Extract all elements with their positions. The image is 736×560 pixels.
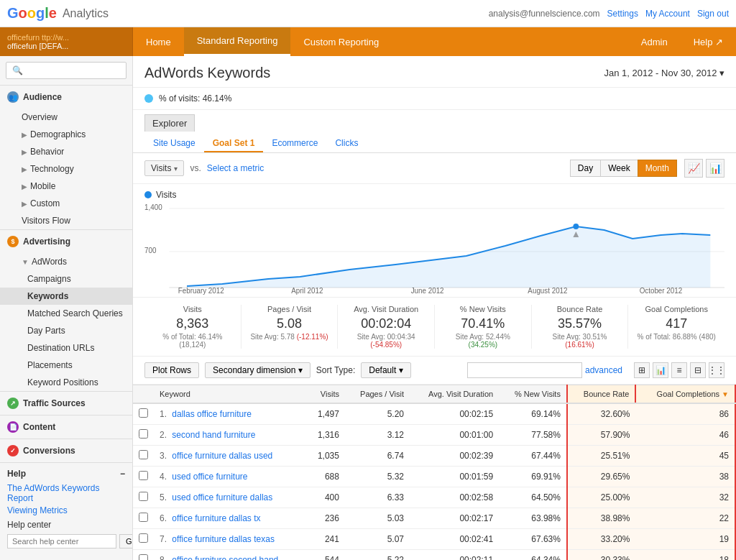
sidebar-item-overview[interactable]: Overview: [0, 109, 132, 126]
th-new-visits[interactable]: % New Visits: [499, 385, 567, 404]
table-cell-pages: 6.74: [345, 446, 410, 467]
table-icon-pivot[interactable]: ⊟: [690, 362, 706, 378]
sort-default-button[interactable]: Default ▾: [361, 362, 410, 378]
sidebar-item-keywords[interactable]: Keywords: [0, 288, 132, 305]
period-week-button[interactable]: Week: [600, 160, 638, 177]
metric-visits: Visits 8,363 % of Total: 46.14% (18,124): [144, 305, 242, 349]
keyword-link-4[interactable]: used office furniture: [172, 472, 247, 482]
table-icon-chart[interactable]: 📊: [653, 362, 668, 378]
metric-pages-label: Pages / Visit: [249, 305, 331, 313]
help-link-adwords[interactable]: The AdWords Keywords Report: [7, 483, 125, 503]
th-visits[interactable]: Visits: [306, 385, 345, 404]
sidebar-item-demographics[interactable]: ▶Demographics: [0, 126, 132, 143]
tab-goal-set-1[interactable]: Goal Set 1: [204, 135, 264, 152]
sidebar-item-destination-urls[interactable]: Destination URLs: [0, 339, 132, 357]
sidebar-item-matched-search[interactable]: Matched Search Queries: [0, 305, 132, 322]
site-selector[interactable]: officefurn ttp://w... officefun [DEFA...: [0, 27, 133, 56]
table-cell-visits: 400: [306, 487, 345, 508]
sidebar-item-campaigns[interactable]: Campaigns: [0, 270, 132, 288]
keyword-link-5[interactable]: used office furniture dallas: [172, 492, 272, 502]
secondary-dimension-button[interactable]: Secondary dimension ▾: [205, 362, 310, 378]
help-go-button[interactable]: Go: [119, 534, 133, 548]
signout-link[interactable]: Sign out: [697, 9, 729, 19]
th-pages[interactable]: Pages / Visit: [345, 385, 410, 404]
sidebar-search-input[interactable]: [6, 62, 126, 79]
nav-standard-reporting[interactable]: Standard Reporting: [184, 27, 291, 56]
keyword-link-7[interactable]: office furniture dallas texas: [172, 534, 275, 544]
sidebar-conversions-header[interactable]: ✓ Conversions: [0, 439, 132, 462]
sidebar-item-keyword-positions[interactable]: Keyword Positions: [0, 374, 132, 391]
metric-bounce-label: Bounce Rate: [539, 305, 621, 313]
th-bounce[interactable]: Bounce Rate: [567, 385, 636, 404]
keyword-link-3[interactable]: office furniture dallas used: [172, 451, 272, 461]
th-goals[interactable]: Goal Completions ▼: [635, 385, 735, 404]
nav-help[interactable]: Help ↗: [681, 27, 736, 56]
tab-ecommerce[interactable]: Ecommerce: [263, 135, 326, 152]
table-cell-visits: 241: [306, 529, 345, 550]
visits-metric-button[interactable]: Visits ▾: [144, 160, 184, 176]
help-collapse[interactable]: −: [120, 469, 125, 479]
sidebar-item-technology[interactable]: ▶Technology: [0, 160, 132, 178]
keyword-link-1[interactable]: dallas office furniture: [172, 409, 252, 419]
sidebar-item-behavior[interactable]: ▶Behavior: [0, 143, 132, 160]
svg-text:October 2012: October 2012: [640, 287, 683, 295]
nav-admin[interactable]: Admin: [628, 27, 681, 56]
row-checkbox-2[interactable]: [139, 429, 148, 439]
nav-custom-reporting[interactable]: Custom Reporting: [290, 27, 392, 56]
help-link-viewing[interactable]: Viewing Metrics: [7, 505, 125, 515]
table-icon-list[interactable]: ≡: [671, 362, 687, 378]
row-checkbox-3[interactable]: [139, 450, 148, 459]
metric-pages-sub: Site Avg: 5.78 (-12.11%): [249, 333, 331, 341]
settings-link[interactable]: Settings: [607, 9, 638, 19]
sidebar-content-header[interactable]: 📄 Content: [0, 416, 132, 439]
plot-rows-button[interactable]: Plot Rows: [144, 362, 199, 378]
table-icon-grid[interactable]: ⊞: [634, 362, 650, 378]
keyword-link-6[interactable]: office furniture dallas tx: [172, 513, 260, 523]
chart-line-button[interactable]: 📈: [684, 159, 703, 178]
th-duration[interactable]: Avg. Visit Duration: [410, 385, 499, 404]
sidebar-item-custom[interactable]: ▶Custom: [0, 195, 132, 212]
tab-clicks[interactable]: Clicks: [326, 135, 367, 152]
advanced-link[interactable]: advanced: [585, 365, 622, 375]
sidebar-traffic-header[interactable]: ↗ Traffic Sources: [0, 392, 132, 415]
sidebar-section-traffic: ↗ Traffic Sources: [0, 392, 132, 416]
select-metric-link[interactable]: Select a metric: [207, 163, 264, 173]
sidebar-advertising-header[interactable]: $ Advertising: [0, 230, 132, 253]
tab-site-usage[interactable]: Site Usage: [144, 135, 204, 152]
row-checkbox-4[interactable]: [139, 471, 148, 480]
help-search: Go: [7, 534, 125, 548]
row-checkbox-6[interactable]: [139, 513, 148, 522]
period-month-button[interactable]: Month: [638, 160, 677, 177]
keyword-link-8[interactable]: office furniture second hand: [172, 555, 278, 560]
row-checkbox-5[interactable]: [139, 492, 148, 501]
table-cell-new-visits: 67.63%: [499, 529, 567, 550]
keyword-link-2[interactable]: second hand furniture: [172, 430, 255, 440]
date-range[interactable]: Jan 1, 2012 - Nov 30, 2012 ▾: [604, 68, 724, 78]
sidebar-item-adwords[interactable]: ▼AdWords: [0, 253, 132, 270]
sidebar-item-mobile[interactable]: ▶Mobile: [0, 178, 132, 195]
table-search-input[interactable]: [467, 362, 582, 378]
help-search-input[interactable]: [7, 534, 116, 548]
content-icon: 📄: [7, 421, 19, 433]
sidebar-item-day-parts[interactable]: Day Parts: [0, 322, 132, 339]
row-checkbox-8[interactable]: [139, 554, 148, 560]
chart-bar-button[interactable]: 📊: [706, 159, 724, 178]
row-checkbox-1[interactable]: [139, 408, 148, 418]
nav-home[interactable]: Home: [133, 27, 184, 56]
th-keyword[interactable]: Keyword: [154, 385, 306, 404]
sidebar-search-box: [0, 56, 132, 86]
sidebar-item-visitors-flow[interactable]: Visitors Flow: [0, 212, 132, 229]
sidebar-section-content: 📄 Content: [0, 416, 132, 439]
table-cell-goals: 86: [635, 403, 735, 425]
metric-new-visits-label: % New Visits: [442, 305, 524, 313]
account-link[interactable]: My Account: [645, 9, 690, 19]
row-num: 3.: [160, 451, 167, 461]
sidebar-item-placements[interactable]: Placements: [0, 357, 132, 374]
site-name-1: officefurn ttp://w...: [7, 33, 69, 42]
table-icon-more[interactable]: ⋮⋮: [709, 362, 724, 378]
table-cell-duration: 00:01:59: [410, 467, 499, 487]
sidebar-audience-header[interactable]: 👥 Audience: [0, 86, 132, 109]
period-day-button[interactable]: Day: [570, 160, 601, 177]
chart-area: Visits 1,400 700: [133, 184, 736, 297]
row-checkbox-7[interactable]: [139, 533, 148, 543]
